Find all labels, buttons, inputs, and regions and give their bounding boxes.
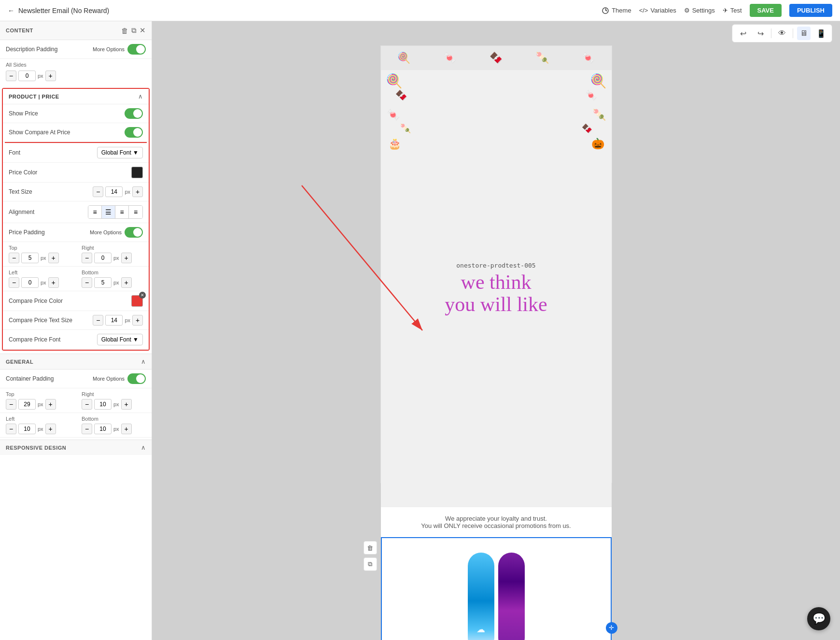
top-input[interactable] xyxy=(21,253,39,263)
responsive-chevron-icon[interactable]: ∧ xyxy=(141,444,146,451)
gen-top-decrement[interactable]: − xyxy=(6,399,16,410)
decrement-button[interactable]: − xyxy=(6,71,16,81)
price-padding-label: Price Padding xyxy=(9,229,45,236)
bottom-input[interactable] xyxy=(94,277,112,288)
save-button[interactable]: SAVE xyxy=(750,4,782,17)
email-preview-wrapper: 🍭 🍬 🍫 🍡 🍬 🍭 🍫 🍬 🍡 🎂 🍭 🍬 🍡 xyxy=(380,45,612,483)
resize-handle[interactable]: ✛ xyxy=(606,622,617,634)
align-right-button[interactable]: ≡ xyxy=(115,206,129,218)
desktop-view-button[interactable]: 🖥 xyxy=(797,27,811,40)
gen-top-label: Top xyxy=(6,391,70,397)
bottom-increment[interactable]: + xyxy=(121,277,132,288)
canvas-toolbar: ↩ ↪ 👁 🖥 📱 xyxy=(732,24,832,43)
redo-button[interactable]: ↪ xyxy=(754,27,767,40)
gen-bottom-increment[interactable]: + xyxy=(121,424,132,434)
left-decrement[interactable]: − xyxy=(9,277,19,288)
show-compare-price-toggle[interactable] xyxy=(125,127,143,138)
price-padding-toggle[interactable] xyxy=(125,227,143,238)
card-copy-icon[interactable]: ⧉ xyxy=(364,557,377,571)
copy-icon[interactable]: ⧉ xyxy=(131,26,137,35)
gen-bottom-input[interactable] xyxy=(94,424,112,434)
alignment-label: Alignment xyxy=(9,209,34,215)
container-padding-toggle[interactable] xyxy=(127,373,146,384)
gen-left-input[interactable] xyxy=(18,424,36,434)
container-more-options-button[interactable]: More Options xyxy=(93,376,125,382)
font-label: Font xyxy=(9,149,20,156)
theme-button[interactable]: Theme xyxy=(602,7,631,14)
gen-top-increment[interactable]: + xyxy=(45,399,56,410)
bottom-decrement[interactable]: − xyxy=(82,277,92,288)
left-spinner: − px + xyxy=(9,277,70,288)
undo-button[interactable]: ↩ xyxy=(736,27,750,40)
increment-button[interactable]: + xyxy=(45,71,56,81)
show-price-label: Show Price xyxy=(9,110,38,117)
left-label: Left xyxy=(9,270,70,275)
right-increment[interactable]: + xyxy=(121,253,132,263)
doodle-food-1: 🍫 xyxy=(490,52,503,64)
all-sides-row: − px + xyxy=(0,69,152,85)
responsive-header: RESPONSIVE DESIGN ∧ xyxy=(0,440,152,455)
font-row: Font Global Font ▼ xyxy=(3,143,149,163)
chat-bubble[interactable]: 💬 xyxy=(807,607,830,630)
text-size-input[interactable] xyxy=(105,186,123,197)
price-color-row: Price Color xyxy=(3,163,149,183)
main-layout: CONTENT 🗑 ⧉ ✕ Description Padding More O… xyxy=(0,21,840,640)
gen-bottom-decrement[interactable]: − xyxy=(82,424,92,434)
product-card-tools: 🗑 ⧉ xyxy=(364,541,377,571)
back-button[interactable]: ← Newsletter Email (No Reward) xyxy=(8,7,109,14)
all-sides-input[interactable] xyxy=(18,71,36,81)
mobile-view-button[interactable]: 📱 xyxy=(814,27,828,40)
top-decrement[interactable]: − xyxy=(9,253,19,263)
product-price-chevron-icon[interactable]: ∧ xyxy=(138,93,143,100)
doodle-candy-1: 🍭 xyxy=(397,52,410,64)
gen-right-increment[interactable]: + xyxy=(121,399,132,410)
gen-top-input[interactable] xyxy=(18,399,36,410)
doodle-left-3: 🍬 xyxy=(387,109,400,121)
compare-price-font-select[interactable]: Global Font ▼ xyxy=(97,334,143,345)
right-input[interactable] xyxy=(94,253,112,263)
font-select[interactable]: Global Font ▼ xyxy=(97,147,143,158)
top-label: Top xyxy=(9,245,70,251)
close-icon[interactable]: ✕ xyxy=(140,26,146,35)
description-padding-toggle[interactable] xyxy=(127,44,146,55)
publish-button[interactable]: PUBLISH xyxy=(789,4,832,17)
gen-right-input[interactable] xyxy=(94,399,112,410)
general-chevron-icon[interactable]: ∧ xyxy=(141,358,146,365)
headline: we think you will like xyxy=(445,271,547,315)
gen-left-decrement[interactable]: − xyxy=(6,424,16,434)
gen-right-decrement[interactable]: − xyxy=(82,399,92,410)
price-color-swatch[interactable] xyxy=(131,167,143,178)
compare-price-text-size-label: Compare Price Text Size xyxy=(9,317,72,324)
top-increment[interactable]: + xyxy=(48,253,59,263)
top-spinner: − px + xyxy=(9,253,70,263)
align-justify-button[interactable]: ≡ xyxy=(129,206,142,218)
variables-button[interactable]: </> Variables xyxy=(639,7,676,14)
price-more-options-button[interactable]: More Options xyxy=(90,229,122,235)
text-size-decrement[interactable]: − xyxy=(93,186,103,197)
compare-price-color-row: Compare Price Color ✕ xyxy=(3,291,149,311)
show-price-toggle[interactable] xyxy=(125,108,143,119)
right-decrement[interactable]: − xyxy=(82,253,92,263)
left-increment[interactable]: + xyxy=(48,277,59,288)
right-label: Right xyxy=(82,245,143,251)
settings-button[interactable]: ⚙ Settings xyxy=(684,7,715,14)
gen-left-increment[interactable]: + xyxy=(45,424,56,434)
card-delete-icon[interactable]: 🗑 xyxy=(364,541,377,555)
cloud-icon: ☁ xyxy=(476,624,485,635)
delete-icon[interactable]: 🗑 xyxy=(121,27,128,35)
doodle-right-5: 🎃 xyxy=(591,138,604,150)
color-remove-icon[interactable]: ✕ xyxy=(139,292,146,299)
test-button[interactable]: ✈ Test xyxy=(723,7,742,14)
container-padding-label: Container Padding xyxy=(6,375,54,382)
align-center-button[interactable]: ☰ xyxy=(102,206,115,218)
compare-text-increment[interactable]: + xyxy=(132,315,143,326)
compare-text-input[interactable] xyxy=(105,315,123,326)
text-size-increment[interactable]: + xyxy=(132,186,143,197)
eye-button[interactable]: 👁 xyxy=(775,27,789,40)
align-left-button[interactable]: ≡ xyxy=(88,206,102,218)
more-options-button[interactable]: More Options xyxy=(93,46,125,52)
compare-text-decrement[interactable]: − xyxy=(93,315,103,326)
left-input[interactable] xyxy=(21,277,39,288)
doodle-left-5: 🎂 xyxy=(388,138,401,150)
compare-price-color-wrapper: ✕ xyxy=(131,295,143,307)
